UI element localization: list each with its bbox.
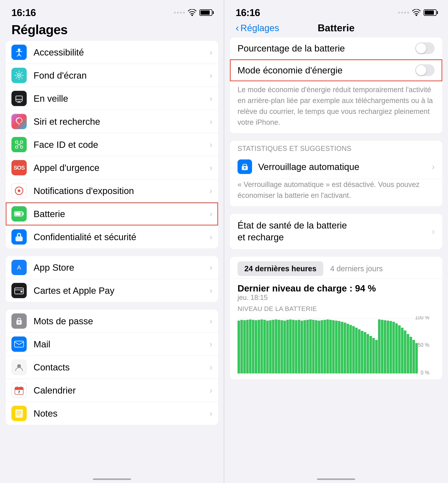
- svg-rect-97: [401, 328, 403, 374]
- svg-rect-88: [375, 340, 378, 374]
- svg-rect-63: [304, 320, 306, 373]
- svg-rect-15: [15, 288, 24, 294]
- page-title-left: Réglages: [11, 22, 212, 37]
- settings-item-siri[interactable]: Siri et recherche ›: [6, 110, 218, 133]
- lowpower-row[interactable]: Mode économie d'énergie: [230, 59, 442, 81]
- battery-menu-icon: [11, 206, 27, 221]
- settings-item-emergency[interactable]: SOS Appel d'urgence ›: [6, 156, 218, 179]
- settings-group-1: Accessibilité › Fond d'écran › En veille…: [6, 41, 218, 248]
- svg-rect-66: [312, 320, 315, 373]
- mail-label: Mail: [33, 339, 209, 350]
- battery-chart-svg: 100 % 50 % 0 %: [238, 316, 435, 376]
- svg-rect-55: [281, 320, 283, 373]
- chevron-icon: ›: [209, 140, 212, 149]
- calendar-icon: 7: [11, 383, 27, 398]
- svg-rect-73: [332, 320, 335, 373]
- lowpower-toggle[interactable]: [415, 64, 435, 76]
- status-bar-left: 16:16: [0, 0, 224, 20]
- svg-rect-81: [355, 328, 358, 374]
- battery-content: Pourcentage de la batterie Mode économie…: [224, 37, 448, 479]
- settings-item-exposure[interactable]: Notifications d'exposition ›: [6, 179, 218, 202]
- chevron-icon: ›: [432, 227, 435, 236]
- svg-rect-61: [298, 320, 300, 373]
- svg-rect-98: [404, 330, 406, 373]
- svg-rect-8: [20, 141, 23, 143]
- settings-item-wallet[interactable]: Cartes et Apple Pay ›: [6, 279, 218, 302]
- settings-group-2: A App Store › Cartes et Apple Pay ›: [6, 256, 218, 302]
- chevron-icon: ›: [209, 163, 212, 172]
- signal-dots-right: [398, 12, 409, 14]
- chevron-icon: ›: [209, 385, 212, 395]
- svg-rect-9: [16, 146, 18, 148]
- svg-rect-99: [407, 334, 409, 374]
- svg-rect-101: [412, 340, 415, 374]
- settings-item-passwords[interactable]: Mots de passe ›: [6, 310, 218, 333]
- wallet-icon: [11, 283, 27, 298]
- health-row[interactable]: État de santé de la batterie et recharge…: [230, 214, 442, 249]
- battery-page-title: Batterie: [318, 22, 355, 33]
- svg-rect-95: [395, 323, 398, 373]
- svg-rect-7: [16, 141, 18, 143]
- svg-rect-91: [384, 320, 386, 373]
- chevron-icon: ›: [209, 339, 212, 349]
- svg-rect-44: [249, 319, 251, 373]
- settings-item-calendar[interactable]: 7 Calendrier ›: [6, 379, 218, 402]
- chevron-icon: ›: [209, 263, 212, 272]
- chevron-icon: ›: [209, 286, 212, 295]
- svg-rect-96: [398, 325, 400, 373]
- tab-4d[interactable]: 4 derniers jours: [323, 261, 390, 276]
- settings-item-mail[interactable]: Mail ›: [6, 333, 218, 356]
- settings-item-battery[interactable]: Batterie ›: [6, 202, 218, 225]
- svg-rect-70: [323, 320, 326, 373]
- lowpower-label: Mode économie d'énergie: [238, 65, 343, 75]
- svg-rect-42: [243, 320, 246, 373]
- chart-section: 24 dernières heures 4 derniers jours Der…: [230, 257, 442, 379]
- standby-label: En veille: [33, 93, 209, 104]
- tab-24h[interactable]: 24 dernières heures: [238, 261, 323, 276]
- settings-item-notes[interactable]: Notes ›: [6, 402, 218, 425]
- svg-rect-58: [289, 319, 292, 373]
- chevron-icon: ›: [209, 186, 212, 196]
- settings-item-standby[interactable]: En veille ›: [6, 87, 218, 110]
- svg-rect-80: [352, 326, 355, 373]
- left-panel: 16:16 Réglages: [0, 0, 224, 483]
- chart-header: Dernier niveau de charge : 94 % jeu. 18:…: [230, 278, 442, 303]
- stats-section-header: STATISTIQUES ET SUGGESTIONS: [230, 141, 442, 155]
- svg-rect-67: [315, 320, 317, 373]
- battery-icon-right: [424, 9, 437, 16]
- svg-rect-49: [263, 320, 266, 373]
- svg-rect-65: [309, 319, 312, 373]
- svg-rect-83: [361, 331, 363, 373]
- settings-item-accessibility[interactable]: Accessibilité ›: [6, 41, 218, 64]
- health-label: État de santé de la batterie et recharge: [238, 220, 347, 243]
- status-time-right: 16:16: [236, 7, 260, 18]
- accessibility-icon: [11, 45, 27, 60]
- settings-item-appstore[interactable]: A App Store ›: [6, 256, 218, 279]
- passwords-icon: [11, 313, 27, 329]
- svg-rect-56: [283, 321, 286, 374]
- siri-icon: [11, 114, 27, 129]
- settings-item-wallpaper[interactable]: Fond d'écran ›: [6, 64, 218, 87]
- svg-rect-48: [260, 319, 263, 373]
- svg-rect-40: [238, 321, 240, 374]
- settings-item-privacy[interactable]: Confidentialité et sécurité ›: [6, 225, 218, 248]
- settings-item-contacts[interactable]: Contacts ›: [6, 356, 218, 379]
- nav-back-button[interactable]: ‹ Réglages: [236, 22, 279, 33]
- right-panel: 16:16 ‹ Réglages Batterie: [224, 0, 448, 483]
- battery-percentage-row[interactable]: Pourcentage de la batterie: [230, 37, 442, 59]
- percentage-toggle[interactable]: [415, 42, 435, 54]
- svg-rect-100: [409, 337, 412, 373]
- svg-rect-69: [321, 320, 323, 373]
- svg-rect-45: [252, 320, 254, 373]
- toggle-knob: [416, 43, 426, 53]
- svg-rect-79: [349, 325, 352, 373]
- svg-rect-94: [392, 322, 395, 374]
- svg-rect-52: [272, 320, 274, 373]
- svg-point-19: [18, 321, 20, 323]
- status-bar-right: 16:16: [224, 0, 448, 20]
- settings-item-faceid[interactable]: Face ID et code ›: [6, 133, 218, 156]
- exposure-icon: [11, 183, 27, 198]
- svg-text:A: A: [17, 264, 21, 271]
- passwords-label: Mots de passe: [33, 316, 209, 326]
- auto-lock-row[interactable]: Verrouillage automatique ›: [230, 155, 442, 179]
